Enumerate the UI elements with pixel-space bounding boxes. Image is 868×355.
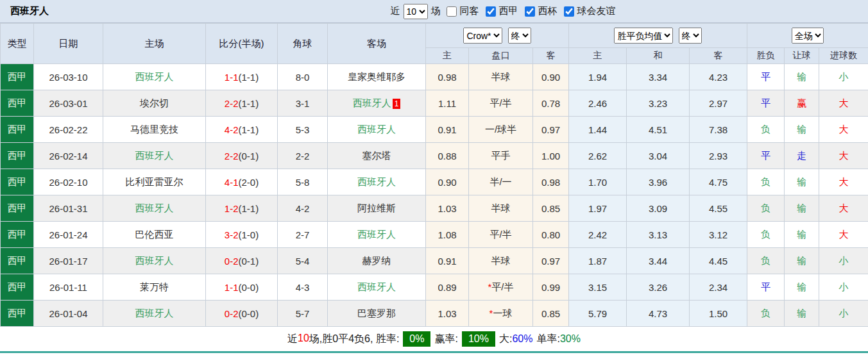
handicap-home-odds-cell: 1.08: [426, 222, 469, 248]
halftime-score: (1-0): [239, 229, 259, 240]
halftime-score: (1-1): [239, 203, 259, 214]
handicap-line-cell: *平/半: [469, 274, 533, 301]
handicap-result-text: 输: [797, 255, 806, 266]
handicap-home-odds-cell: 1.03: [426, 195, 469, 222]
away-team-cell: 皇家奥维耶多: [328, 64, 426, 90]
fulltime-score: 0-2: [225, 256, 239, 267]
handicap-line-cell: 平/半: [469, 222, 533, 248]
odds-draw-cell: 3.34: [627, 64, 690, 90]
handicap-header-group: Crow* 终: [426, 24, 569, 48]
handicap-result-text: 输: [797, 124, 806, 135]
table-row: 西甲 26-02-10 比利亚雷亚尔 4-1(2-0) 5-8 西班牙人 0.9…: [1, 169, 868, 195]
home-team-cell: 西班牙人: [103, 195, 206, 222]
handicap-result-cell: 输: [785, 169, 819, 195]
away-team-cell: 西班牙人: [328, 117, 426, 143]
big-rate-label: 大:: [499, 333, 512, 344]
handicap-away-odds-cell: 0.80: [533, 222, 569, 248]
subheader-odds-away: 客: [690, 48, 747, 64]
halftime-score: (0-1): [239, 151, 259, 161]
filter-checkbox-input[interactable]: [447, 6, 457, 17]
handicap-home-odds-cell: 1.03: [426, 301, 469, 327]
home-team-name: 马德里竞技: [130, 124, 178, 135]
goals-cell: 大: [819, 117, 868, 143]
away-team-cell: 西班牙人: [328, 222, 426, 248]
home-team-cell: 埃尔切: [103, 90, 206, 117]
summary-middle: 场,胜0平4负6, 胜率:: [309, 333, 399, 346]
away-team-name: 西班牙人: [357, 124, 396, 135]
away-team-name: 赫罗纳: [362, 255, 391, 266]
league-cell: 西甲: [1, 143, 34, 169]
profit-rate-badge: 10%: [462, 331, 495, 347]
goals-cell: 小: [819, 274, 868, 301]
odds-away-cell: 4.45: [690, 248, 747, 274]
col-header-score: 比分(半场): [206, 24, 278, 64]
result-text: 平: [761, 97, 770, 108]
filter-checkbox-input[interactable]: [486, 6, 496, 17]
date-cell: 26-01-31: [34, 195, 103, 222]
fulltime-score: 4-2: [225, 124, 239, 135]
page-title: 西班牙人: [10, 5, 49, 17]
subheader-goals: 进球数: [819, 48, 868, 64]
odds-home-cell: 1.94: [569, 64, 627, 90]
filter-checkbox: 西杯: [522, 4, 557, 19]
odds-away-cell: 2.34: [690, 274, 747, 301]
table-row: 西甲 26-01-04 西班牙人 0-2(0-0) 5-7 巴塞罗那 1.03 …: [1, 301, 868, 327]
home-team-name: 比利亚雷亚尔: [126, 176, 183, 187]
corners-cell: 5-3: [278, 117, 328, 143]
goals-cell: 大: [819, 169, 868, 195]
odds-away-cell: 2.93: [690, 143, 747, 169]
matches-table: 类型 日期 主场 比分(半场) 角球 客场 Crow* 终 胜平负均值 终 全场…: [0, 23, 868, 327]
corners-cell: 2-7: [278, 222, 328, 248]
col-header-type: 类型: [1, 24, 34, 64]
league-cell: 西甲: [1, 222, 34, 248]
summary-prefix: 近: [287, 333, 298, 346]
result-text: 负: [761, 124, 770, 135]
summary-text: 近10场,胜0平4负6, 胜率:: [287, 333, 399, 346]
odds-type-select[interactable]: 胜平负均值: [614, 28, 673, 44]
filter-checkbox-label: 西甲: [499, 5, 518, 17]
result-cell: 负: [747, 169, 785, 195]
odds-home-cell: 5.79: [569, 301, 627, 327]
result-text: 负: [761, 202, 770, 213]
handicap-away-odds-cell: 0.85: [533, 301, 569, 327]
league-cell: 西甲: [1, 301, 34, 327]
handicap-result-text: 输: [797, 281, 806, 292]
score-cell: 0-2(0-1): [206, 248, 278, 274]
odds-draw-cell: 3.23: [627, 90, 690, 117]
bookmaker-select[interactable]: Crow*: [463, 28, 502, 44]
odds-time-select[interactable]: 终: [679, 28, 702, 44]
date-cell: 26-01-11: [34, 274, 103, 301]
recent-count-select[interactable]: 10: [404, 4, 428, 19]
handicap-line-text: 平手: [491, 150, 511, 161]
handicap-home-odds-cell: 0.91: [426, 248, 469, 274]
big-rate-value: 60%: [512, 333, 532, 344]
date-cell: 26-01-04: [34, 301, 103, 327]
odds-away-cell: 7.38: [690, 117, 747, 143]
single-rate-label: 单率:: [536, 333, 559, 344]
handicap-away-odds-cell: 0.99: [533, 274, 569, 301]
result-text: 平: [761, 150, 770, 161]
home-team-name: 西班牙人: [135, 202, 174, 213]
home-team-cell: 西班牙人: [103, 301, 206, 327]
filter-checkbox-input[interactable]: [564, 6, 574, 17]
handicap-away-odds-cell: 0.78: [533, 90, 569, 117]
bookmaker-time-select[interactable]: 终: [508, 28, 531, 44]
league-cell: 西甲: [1, 195, 34, 222]
handicap-result-text: 输: [797, 202, 806, 213]
handicap-home-odds-cell: 1.11: [426, 90, 469, 117]
odds-draw-cell: 3.13: [627, 222, 690, 248]
odds-away-cell: 2.97: [690, 90, 747, 117]
scope-select[interactable]: 全场: [792, 28, 824, 44]
subheader-ah-home: 主: [426, 48, 469, 64]
home-team-name: 巴伦西亚: [135, 229, 174, 240]
score-cell: 1-2(1-1): [206, 195, 278, 222]
handicap-away-odds-cell: 0.90: [533, 64, 569, 90]
odds-draw-cell: 3.26: [627, 274, 690, 301]
handicap-away-odds-cell: 0.97: [533, 248, 569, 274]
summary-footer: 近10场,胜0平4负6, 胜率: 0% 赢率: 10% 大:60% 单率:30%: [0, 327, 868, 353]
fulltime-score: 4-1: [225, 177, 239, 188]
result-cell: 平: [747, 143, 785, 169]
filter-checkbox-input[interactable]: [525, 6, 535, 17]
win-rate-badge: 0%: [403, 331, 430, 347]
handicap-line-text: 半球: [491, 202, 511, 213]
